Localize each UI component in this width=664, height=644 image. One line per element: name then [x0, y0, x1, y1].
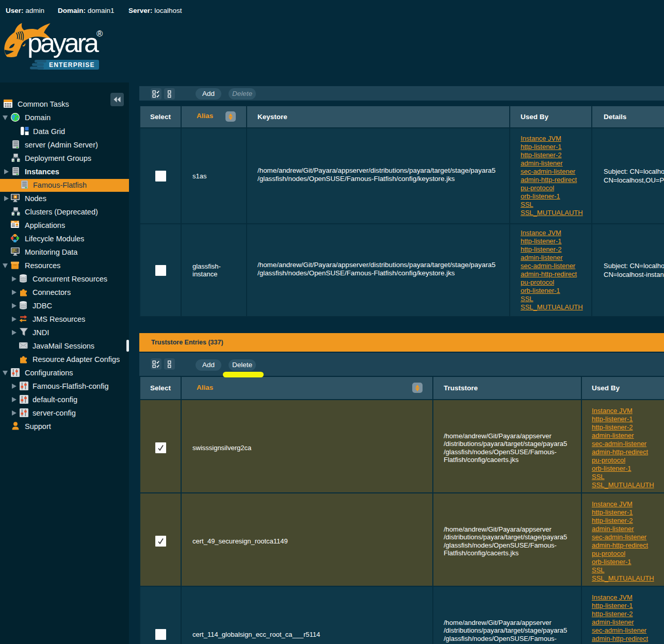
svg-text:®: ® — [96, 29, 103, 38]
svg-text:payara: payara — [27, 28, 99, 58]
svg-text:ENTERPRISE: ENTERPRISE — [49, 61, 95, 69]
